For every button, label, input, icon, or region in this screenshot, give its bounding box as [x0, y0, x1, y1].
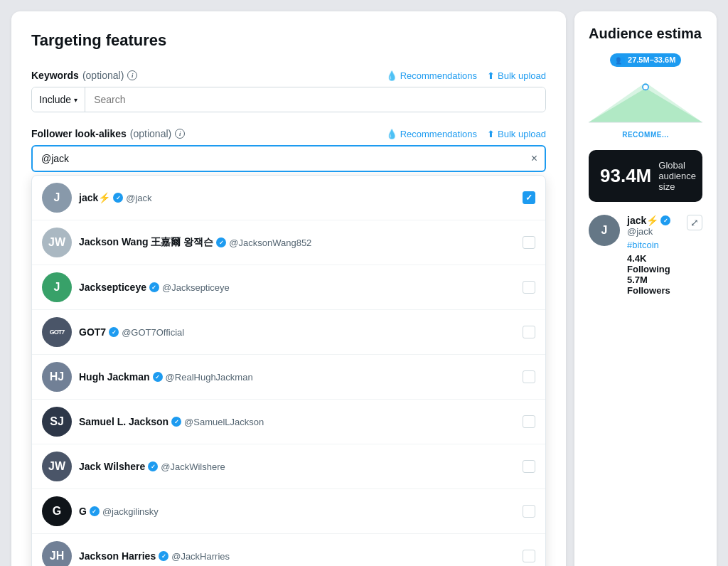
verified-badge: ✓: [153, 372, 163, 382]
expand-icon[interactable]: ⤢: [687, 215, 702, 230]
user-name-row: GOT7✓@GOT7Official: [79, 326, 523, 338]
user-name-row: Jacksepticeye✓@Jacksepticeye: [79, 282, 523, 293]
checkbox[interactable]: [523, 281, 535, 294]
avatar: J: [42, 272, 72, 302]
profile-info: jack⚡ ✓ @jack #bitcoin 4.4K Following 5.…: [627, 215, 680, 296]
audience-chart: [589, 68, 702, 132]
user-handle: @jackgilinsky: [102, 506, 159, 517]
profile-stats: 4.4K Following 5.7M Followers: [627, 253, 680, 296]
global-audience-number: 93.4M: [600, 165, 651, 187]
checkbox[interactable]: [523, 370, 535, 383]
keywords-label: Keywords (optional) i: [31, 70, 137, 81]
user-info: Jackson Wang 王嘉爾 왕잭슨✓@JacksonWang852: [79, 236, 523, 249]
user-dropdown: Jjack⚡✓@jack✓JWJackson Wang 王嘉爾 왕잭슨✓@Jac…: [31, 175, 546, 566]
user-name-row: Jackson Wang 王嘉爾 왕잭슨✓@JacksonWang852: [79, 236, 523, 249]
keywords-bulk-upload-link[interactable]: ⬆ Bulk upload: [487, 70, 546, 81]
checkbox[interactable]: ✓: [523, 191, 535, 204]
verified-badge: ✓: [159, 551, 168, 561]
profile-verified-badge: ✓: [660, 215, 670, 225]
follower-section-header: Follower look-alikes (optional) i 💧 Reco…: [31, 128, 546, 139]
checkbox[interactable]: [523, 460, 535, 473]
recommend-label: RECOMME...: [622, 131, 669, 139]
dropdown-item[interactable]: GG✓@jackgilinsky: [32, 489, 545, 534]
targeting-panel: Targeting features Keywords (optional) i…: [11, 11, 566, 566]
avatar: GOT7: [42, 317, 72, 347]
avatar: J: [42, 183, 72, 213]
include-select[interactable]: Include ▾: [32, 87, 85, 112]
user-name-row: jack⚡✓@jack: [79, 192, 523, 203]
verified-badge: ✓: [216, 237, 226, 247]
right-panel-title: Audience estima: [589, 26, 702, 42]
user-handle: @SamuelLJackson: [184, 417, 264, 427]
dropdown-item[interactable]: GOT7GOT7✓@GOT7Official: [32, 310, 545, 355]
verified-badge: ✓: [109, 327, 119, 337]
keywords-section-header: Keywords (optional) i 💧 Recommendations …: [31, 70, 546, 81]
verified-badge: ✓: [171, 417, 181, 427]
keywords-recommendations-link[interactable]: 💧 Recommendations: [386, 70, 477, 81]
follower-input-wrapper: ×: [31, 145, 546, 172]
verified-badge: ✓: [90, 506, 100, 516]
follower-actions: 💧 Recommendations ⬆ Bulk upload: [386, 129, 546, 139]
svg-point-2: [643, 84, 648, 90]
dropdown-item[interactable]: JJacksepticeye✓@Jacksepticeye: [32, 265, 545, 310]
checkbox[interactable]: [523, 236, 535, 249]
checkbox[interactable]: [523, 415, 535, 428]
chart-area: 👥 27.5M–33.6M RECOMME...: [589, 53, 702, 139]
svg-marker-1: [589, 88, 702, 122]
user-handle: @JackWilshere: [161, 461, 225, 472]
follower-info-icon[interactable]: i: [175, 129, 185, 139]
avatar: HJ: [42, 362, 72, 392]
user-info: G✓@jackgilinsky: [79, 506, 523, 517]
dropdown-item[interactable]: JHJackson Harries✓@JackHarries: [32, 534, 545, 566]
dropdown-item[interactable]: JWJackson Wang 王嘉爾 왕잭슨✓@JacksonWang852: [32, 220, 545, 265]
avatar: JW: [42, 228, 72, 257]
page-title: Targeting features: [31, 31, 546, 50]
checkbox[interactable]: [523, 326, 535, 338]
user-info: GOT7✓@GOT7Official: [79, 326, 523, 338]
keywords-input-row: Include ▾: [31, 87, 546, 112]
checkbox[interactable]: [523, 550, 535, 562]
checkbox[interactable]: [523, 505, 535, 518]
profile-avatar: J: [589, 215, 620, 246]
user-handle: @Jacksepticeye: [162, 282, 230, 293]
avatar: SJ: [42, 407, 72, 437]
verified-badge: ✓: [148, 461, 158, 471]
clear-button[interactable]: ×: [530, 151, 539, 166]
avatar: JW: [42, 452, 72, 481]
keywords-search-input[interactable]: [85, 87, 545, 112]
audience-panel: Audience estima 👥 27.5M–33.6M RECOMME...…: [574, 11, 717, 566]
follower-recommendations-link[interactable]: 💧 Recommendations: [386, 129, 477, 139]
keywords-actions: 💧 Recommendations ⬆ Bulk upload: [386, 70, 546, 81]
follower-bulk-upload-link[interactable]: ⬆ Bulk upload: [487, 129, 546, 139]
follower-label: Follower look-alikes (optional) i: [31, 128, 185, 139]
dropdown-item[interactable]: HJHugh Jackman✓@RealHughJackman: [32, 355, 545, 400]
user-name-row: G✓@jackgilinsky: [79, 506, 523, 517]
keywords-info-icon[interactable]: i: [127, 70, 137, 80]
profile-handle: @jack: [627, 226, 680, 237]
audience-range-badge: 👥 27.5M–33.6M: [610, 53, 681, 67]
dropdown-item[interactable]: SJSamuel L. Jackson✓@SamuelLJackson: [32, 400, 545, 444]
dropdown-item[interactable]: JWJack Wilshere✓@JackWilshere: [32, 444, 545, 489]
user-handle: @RealHughJackman: [166, 372, 253, 383]
verified-badge: ✓: [149, 282, 159, 292]
audience-stats-card: 93.4M Global audience size: [589, 150, 702, 202]
profile-card: J jack⚡ ✓ @jack #bitcoin 4.4K Following …: [589, 212, 702, 299]
user-handle: @JacksonWang852: [229, 237, 311, 248]
user-name-row: Jack Wilshere✓@JackWilshere: [79, 461, 523, 472]
follower-search-input[interactable]: [31, 145, 546, 172]
profile-name: jack⚡ ✓: [627, 215, 680, 226]
user-info: jack⚡✓@jack: [79, 192, 523, 203]
profile-bio: #bitcoin: [627, 240, 680, 250]
user-info: Jack Wilshere✓@JackWilshere: [79, 461, 523, 472]
global-audience-label: Global audience size: [658, 160, 696, 192]
upload-icon: ⬆: [487, 70, 495, 81]
dropdown-item[interactable]: Jjack⚡✓@jack✓: [32, 176, 545, 220]
recommendations-icon: 💧: [386, 70, 397, 81]
user-handle: @GOT7Official: [122, 327, 184, 338]
user-name-row: Hugh Jackman✓@RealHughJackman: [79, 371, 523, 383]
user-name-row: Samuel L. Jackson✓@SamuelLJackson: [79, 416, 523, 427]
user-info: Jacksepticeye✓@Jacksepticeye: [79, 282, 523, 293]
chevron-down-icon: ▾: [74, 96, 77, 104]
user-info: Jackson Harries✓@JackHarries: [79, 550, 523, 562]
avatar: G: [42, 496, 72, 526]
